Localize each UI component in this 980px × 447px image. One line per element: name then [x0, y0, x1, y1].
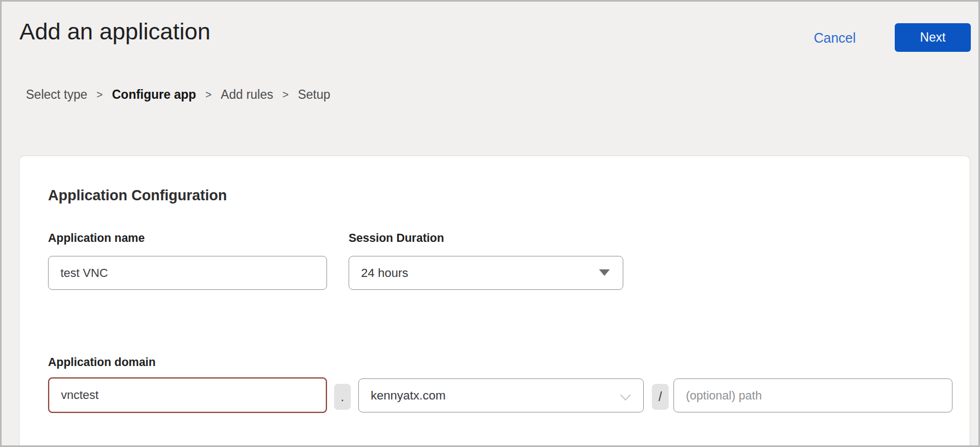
- page-title: Add an application: [19, 18, 210, 45]
- session-duration-label: Session Duration: [349, 232, 444, 245]
- application-name-input[interactable]: [48, 256, 327, 290]
- breadcrumb: Select type > Configure app > Add rules …: [26, 87, 330, 102]
- section-title: Application Configuration: [48, 187, 227, 204]
- slash-separator: /: [652, 384, 669, 410]
- dot-separator: .: [334, 384, 351, 410]
- step-setup[interactable]: Setup: [298, 87, 330, 102]
- cancel-button[interactable]: Cancel: [814, 30, 856, 46]
- application-name-label: Application name: [48, 232, 145, 245]
- step-configure-app[interactable]: Configure app: [112, 87, 196, 102]
- subdomain-input[interactable]: [48, 377, 327, 413]
- breadcrumb-separator: >: [205, 89, 212, 101]
- session-duration-select[interactable]: 24 hours: [349, 256, 623, 290]
- step-add-rules[interactable]: Add rules: [221, 87, 273, 102]
- breadcrumb-separator: >: [282, 89, 289, 101]
- path-input[interactable]: [673, 378, 952, 412]
- configuration-card: Application Configuration Application na…: [19, 155, 970, 445]
- chevron-down-icon: [620, 390, 631, 401]
- breadcrumb-separator: >: [97, 89, 103, 101]
- next-button[interactable]: Next: [895, 23, 971, 52]
- application-domain-label: Application domain: [48, 356, 155, 369]
- step-select-type[interactable]: Select type: [26, 87, 87, 102]
- session-duration-value: 24 hours: [361, 266, 409, 280]
- page: Add an application Cancel Next Select ty…: [0, 0, 980, 447]
- caret-down-icon: [599, 269, 610, 276]
- domain-select-value: kennyatx.com: [371, 389, 446, 403]
- domain-select[interactable]: kennyatx.com: [358, 378, 644, 412]
